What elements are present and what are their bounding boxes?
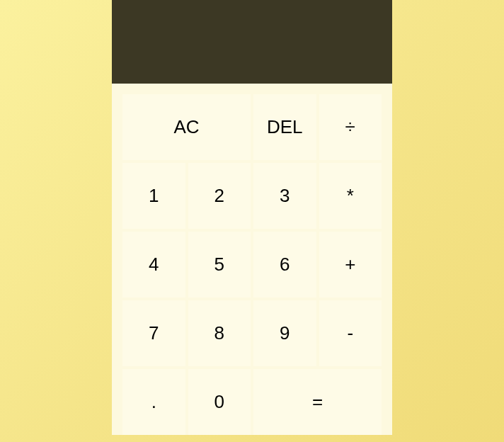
digit-3-button[interactable]: 3	[253, 163, 316, 229]
calculator-keypad: AC DEL ÷ 1 2 3 * 4 5 6 + 7 8 9 - . 0 =	[112, 84, 392, 435]
calculator: AC DEL ÷ 1 2 3 * 4 5 6 + 7 8 9 - . 0 =	[112, 0, 392, 435]
digit-6-button[interactable]: 6	[253, 232, 316, 298]
delete-button[interactable]: DEL	[253, 94, 316, 160]
digit-0-button[interactable]: 0	[188, 369, 251, 435]
digit-9-button[interactable]: 9	[253, 300, 316, 366]
digit-5-button[interactable]: 5	[188, 232, 251, 298]
plus-button[interactable]: +	[319, 232, 382, 298]
decimal-point-button[interactable]: .	[122, 369, 185, 435]
equals-button[interactable]: =	[253, 369, 382, 435]
all-clear-button[interactable]: AC	[122, 94, 251, 160]
multiply-button[interactable]: *	[319, 163, 382, 229]
digit-8-button[interactable]: 8	[188, 300, 251, 366]
digit-4-button[interactable]: 4	[122, 232, 185, 298]
digit-2-button[interactable]: 2	[188, 163, 251, 229]
digit-7-button[interactable]: 7	[122, 300, 185, 366]
calculator-display	[112, 0, 392, 84]
digit-1-button[interactable]: 1	[122, 163, 185, 229]
minus-button[interactable]: -	[319, 300, 382, 366]
divide-button[interactable]: ÷	[319, 94, 382, 160]
